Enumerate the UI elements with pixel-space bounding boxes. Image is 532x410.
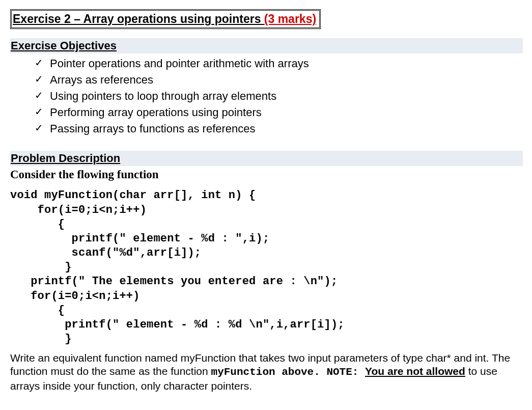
list-item: Pointer operations and pointer arithmeti…	[35, 56, 523, 72]
list-item: Passing arrays to functions as reference…	[35, 121, 523, 137]
objective-text: Passing arrays to functions as reference…	[50, 122, 256, 135]
list-item: Using pointers to loop through array ele…	[35, 88, 523, 104]
problem-heading: Problem Description	[10, 151, 523, 166]
exercise-title: Exercise 2 – Array operations using poin…	[13, 12, 316, 25]
instructions: Write an equivalent function named myFun…	[10, 351, 523, 393]
exercise-marks: (3 marks)	[264, 12, 316, 25]
code-block: void myFunction(char arr[], int n) { for…	[10, 188, 523, 346]
objective-text: Performing array operations using pointe…	[50, 106, 262, 119]
instructions-emphasis: You are not allowed	[365, 365, 465, 377]
objective-text: Using pointers to loop through array ele…	[50, 90, 276, 102]
objective-text: Arrays as references	[50, 73, 153, 86]
consider-text: Consider the flowing function	[10, 168, 523, 181]
objective-text: Pointer operations and pointer arithmeti…	[50, 57, 309, 70]
list-item: Arrays as references	[35, 72, 523, 88]
exercise-title-box: Exercise 2 – Array operations using poin…	[10, 9, 321, 29]
exercise-title-prefix: Exercise 2 – Array operations using poin…	[13, 12, 264, 25]
instructions-mono: myFunction above. NOTE:	[211, 366, 365, 378]
objectives-heading: Exercise Objectives	[10, 38, 523, 53]
objectives-list: Pointer operations and pointer arithmeti…	[10, 56, 523, 136]
list-item: Performing array operations using pointe…	[35, 104, 523, 121]
